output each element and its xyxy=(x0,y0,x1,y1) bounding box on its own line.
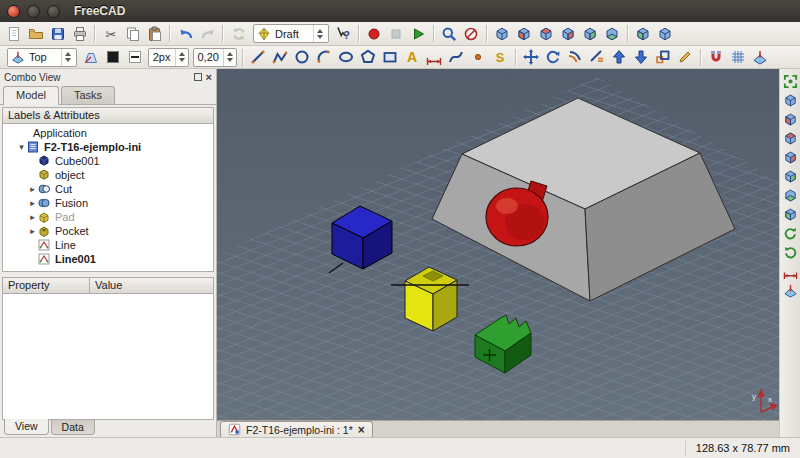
tab-data[interactable]: Data xyxy=(51,420,95,435)
redo-button[interactable] xyxy=(197,23,218,44)
draft-polygon-button[interactable] xyxy=(358,47,379,68)
part-blue-cube[interactable] xyxy=(329,206,392,273)
dock-float-button[interactable] xyxy=(194,73,202,81)
rotate-right-button[interactable] xyxy=(781,244,799,260)
tree-item-application[interactable]: Application xyxy=(3,126,213,140)
rear-view-button[interactable] xyxy=(580,23,601,44)
tree-item-line[interactable]: Line xyxy=(3,238,213,252)
copy-button[interactable] xyxy=(122,23,143,44)
document-tab[interactable]: F2-T16-ejemplo-ini : 1* × xyxy=(220,421,373,437)
clipping-plane-button[interactable] xyxy=(781,282,799,298)
draft-rotate-button[interactable] xyxy=(543,47,564,68)
window-titlebar[interactable]: FreeCAD xyxy=(0,0,800,22)
face-color-swatch[interactable] xyxy=(125,47,146,68)
draft-offset-button[interactable] xyxy=(565,47,586,68)
top-view-button[interactable] xyxy=(781,130,799,146)
draft-shapestring-button[interactable]: S xyxy=(490,47,511,68)
draft-line-button[interactable] xyxy=(248,47,269,68)
part-green-gear[interactable] xyxy=(475,315,531,373)
select-plane-button[interactable] xyxy=(81,47,102,68)
draft-snap-button[interactable] xyxy=(706,47,727,68)
axonometric-view-button[interactable] xyxy=(492,23,513,44)
axonometric-view-button[interactable] xyxy=(781,92,799,108)
tree-item-pad[interactable]: ▸Pad xyxy=(3,210,213,224)
draft-point-button[interactable] xyxy=(468,47,489,68)
left-view-button[interactable] xyxy=(781,206,799,222)
whats-this-button[interactable]: ? xyxy=(333,23,354,44)
expander-icon[interactable]: ▸ xyxy=(27,226,38,236)
tab-tasks[interactable]: Tasks xyxy=(61,86,115,104)
tab-view[interactable]: View xyxy=(4,419,49,435)
print-button[interactable] xyxy=(69,23,90,44)
fit-all-button[interactable] xyxy=(781,73,799,89)
left-view-button[interactable] xyxy=(633,23,654,44)
draft-working-plane-button[interactable] xyxy=(750,47,771,68)
front-view-button[interactable] xyxy=(514,23,535,44)
expander-icon[interactable]: ▸ xyxy=(27,184,38,194)
line-width-spinbox[interactable]: 2px xyxy=(148,48,189,67)
draft-toggle-grid-button[interactable] xyxy=(728,47,749,68)
rear-view-button[interactable] xyxy=(781,168,799,184)
tree-item-cut[interactable]: ▸Cut xyxy=(3,182,213,196)
combo-spin-arrows[interactable] xyxy=(61,49,74,66)
macro-record-button[interactable] xyxy=(364,23,385,44)
3d-viewport[interactable]: y x xyxy=(217,69,779,420)
right-view-button[interactable] xyxy=(781,149,799,165)
front-view-button[interactable] xyxy=(781,111,799,127)
window-maximize-button[interactable] xyxy=(47,5,60,18)
box-zoom-button[interactable] xyxy=(439,23,460,44)
tree-item-cube001[interactable]: Cube001 xyxy=(3,154,213,168)
draw-style-button[interactable] xyxy=(461,23,482,44)
macro-play-button[interactable] xyxy=(408,23,429,44)
window-minimize-button[interactable] xyxy=(27,5,40,18)
close-icon[interactable]: × xyxy=(358,425,365,435)
draft-upgrade-button[interactable] xyxy=(609,47,630,68)
undo-button[interactable] xyxy=(175,23,196,44)
workbench-selector[interactable]: Draft xyxy=(253,24,329,43)
draft-edit-button[interactable] xyxy=(675,47,696,68)
combo-spin-arrows[interactable] xyxy=(313,25,326,42)
refresh-button[interactable] xyxy=(228,23,249,44)
tree-item-line001[interactable]: Line001 xyxy=(3,252,213,266)
top-view-button[interactable] xyxy=(536,23,557,44)
draft-trim-button[interactable] xyxy=(587,47,608,68)
open-document-button[interactable] xyxy=(25,23,46,44)
draft-bspline-button[interactable] xyxy=(446,47,467,68)
working-plane-selector[interactable]: Top xyxy=(7,48,77,67)
spin-arrows[interactable] xyxy=(223,49,236,66)
draft-downgrade-button[interactable] xyxy=(631,47,652,68)
spin-arrows[interactable] xyxy=(175,49,188,66)
draft-circle-button[interactable] xyxy=(292,47,313,68)
combo-view-titlebar[interactable]: Combo View × xyxy=(0,69,216,85)
tree-item-f2-t16-ejemplo-ini[interactable]: ▾F2-T16-ejemplo-ini xyxy=(3,140,213,154)
draft-move-button[interactable] xyxy=(521,47,542,68)
measure-distance-button[interactable] xyxy=(781,263,799,279)
macro-stop-button[interactable] xyxy=(386,23,407,44)
dock-close-button[interactable]: × xyxy=(206,72,212,82)
draft-scale-button[interactable] xyxy=(653,47,674,68)
right-view-button[interactable] xyxy=(558,23,579,44)
save-button[interactable] xyxy=(47,23,68,44)
new-document-button[interactable] xyxy=(3,23,24,44)
tree-item-pocket[interactable]: ▸Pocket xyxy=(3,224,213,238)
cut-button[interactable]: ✂ xyxy=(100,23,121,44)
expander-icon[interactable]: ▾ xyxy=(16,142,27,152)
paste-button[interactable] xyxy=(144,23,165,44)
draft-dimension-button[interactable] xyxy=(424,47,445,68)
expander-icon[interactable]: ▸ xyxy=(27,198,38,208)
bottom-view-button[interactable] xyxy=(781,187,799,203)
draft-arc-button[interactable] xyxy=(314,47,335,68)
draft-rectangle-button[interactable] xyxy=(380,47,401,68)
line-color-swatch[interactable] xyxy=(103,47,124,68)
draft-ellipse-button[interactable] xyxy=(336,47,357,68)
tree-item-object[interactable]: object xyxy=(3,168,213,182)
scale-spinbox[interactable]: 0,20 xyxy=(193,48,237,67)
rotate-left-button[interactable] xyxy=(781,225,799,241)
tab-model[interactable]: Model xyxy=(3,86,59,105)
3d-scene[interactable]: y x xyxy=(217,69,779,420)
window-close-button[interactable] xyxy=(7,5,20,18)
isometric-view-button[interactable] xyxy=(655,23,676,44)
tree-item-fusion[interactable]: ▸Fusion xyxy=(3,196,213,210)
bottom-view-button[interactable] xyxy=(602,23,623,44)
expander-icon[interactable]: ▸ xyxy=(27,212,38,222)
